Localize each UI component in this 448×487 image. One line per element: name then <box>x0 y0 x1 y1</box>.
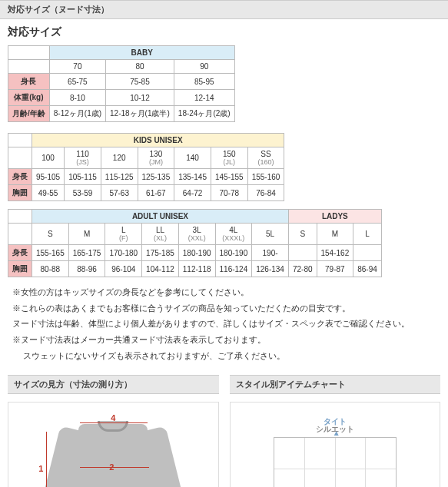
size-section: 対応サイズ BABY 708090 身長65-7575-8585-95 体重(k… <box>0 19 448 375</box>
note-line: スウェットにないサイズも表示されておりますが、ご了承ください。 <box>12 349 440 363</box>
baby-table: BABY 708090 身長65-7575-8585-95 体重(kg)8-10… <box>8 45 235 122</box>
dim-4: 4 <box>111 413 115 422</box>
kids-table: KIDS UNISEX 100 110(JS) 120 130(JM) 140 … <box>8 133 284 201</box>
main-heading: 対応サイズ <box>8 25 440 39</box>
note-line: ※女性の方はキッズサイズの身長などを参考にしてください。 <box>12 285 440 300</box>
note-line: ※ヌード寸法表はメーカー共通ヌード寸法表を表示しております。 <box>12 333 440 347</box>
dim-2: 2 <box>109 462 114 472</box>
dim-1: 1 <box>38 464 43 473</box>
right-title: スタイル別アイテムチャート <box>230 375 441 394</box>
kids-group: KIDS UNISEX <box>32 134 284 147</box>
arrow-up-icon: ▲ <box>333 429 340 437</box>
notes: ※女性の方はキッズサイズの身長などを参考にしてください。 ※これらの表はあくまで… <box>8 285 440 363</box>
note-line: ※これらの表はあくまでもお客様に合うサイズの商品を知っていただくための目安です。 <box>12 301 440 316</box>
left-column: サイズの見方（寸法の測り方） 1 2 3 4 1身丈：衿のリフの付け位置～裾まで… <box>8 375 219 487</box>
adult-ladys-table: ADULT UNISEXLADYS S M L(F) LL(XL) 3L(XXL… <box>8 209 382 277</box>
right-column: スタイル別アイテムチャート シルエット タイト ルーズ 厚さ 薄手 厚手 ▲ ▼… <box>230 375 441 487</box>
baby-group: BABY <box>49 46 234 60</box>
axis-top: タイト <box>247 416 423 427</box>
page-header: 対応サイズ（ヌード寸法） <box>0 0 448 19</box>
left-title: サイズの見方（寸法の測り方） <box>8 375 219 394</box>
note-line: ヌード寸法は年齢、体型により個人差がありますので、詳しくはサイズ・スペック表でご… <box>12 316 440 331</box>
garment-diagram: 1 2 3 4 <box>25 410 201 487</box>
page-header-title: 対応サイズ（ヌード寸法） <box>8 5 109 14</box>
style-chart: シルエット タイト ルーズ 厚さ 薄手 厚手 ▲ ▼ ◀ ▶ NSC ★ <box>247 410 423 487</box>
